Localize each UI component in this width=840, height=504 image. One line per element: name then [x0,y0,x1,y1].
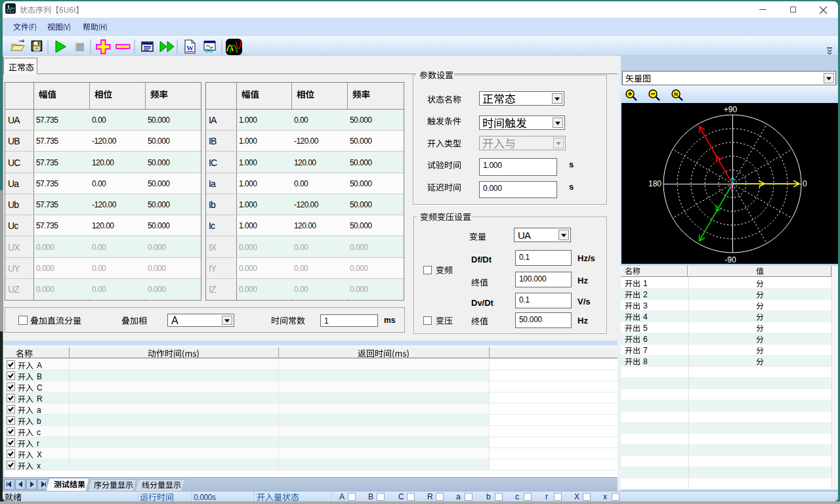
svg-text:0: 0 [803,179,807,188]
svg-text:W: W [186,44,194,52]
svg-text:+90: +90 [724,105,738,114]
svg-text:180: 180 [648,179,662,188]
svg-text:N: N [674,91,678,97]
svg-text:-90: -90 [724,255,736,264]
